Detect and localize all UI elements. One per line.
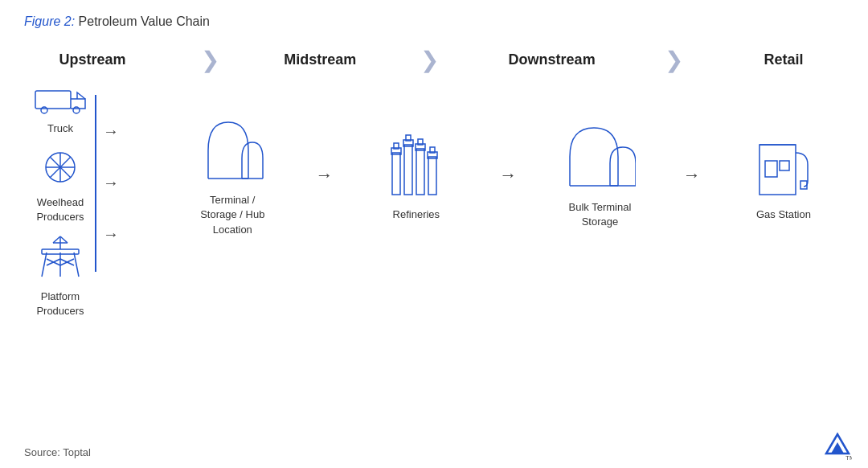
truck-node: Truck: [32, 81, 88, 136]
svg-rect-25: [428, 157, 436, 195]
chevron-1: ❯: [201, 47, 219, 73]
diagram-area: Truck WeelheadProducers: [24, 81, 844, 318]
platform-node: PlatformProducers: [36, 235, 84, 318]
terminal-icon: [200, 114, 264, 187]
terminal-label: Terminal /Storage / HubLocation: [200, 193, 264, 237]
svg-point-1: [41, 107, 47, 113]
source-line: Source: Toptal: [24, 446, 91, 458]
refineries-node: Refineries: [364, 129, 469, 222]
figure-rest: Petroleum Value Chain: [75, 14, 210, 28]
page-container: Figure 2: Petroleum Value Chain Upstream…: [0, 0, 868, 468]
svg-rect-24: [416, 149, 424, 195]
svg-marker-42: [831, 442, 844, 454]
arrow-mid-3: →: [683, 165, 701, 186]
stage-downstream: Downstream: [509, 51, 596, 68]
chevron-3: ❯: [665, 47, 683, 73]
platform-label: PlatformProducers: [36, 289, 84, 318]
svg-rect-0: [35, 91, 71, 109]
truck-icon: [32, 81, 88, 115]
stage-midstream: Midstream: [284, 51, 356, 68]
svg-text:TM: TM: [845, 454, 852, 460]
stage-upstream: Upstream: [59, 51, 125, 68]
svg-line-10: [74, 252, 79, 277]
terminal-node: Terminal /Storage / HubLocation: [180, 114, 285, 237]
upstream-arrow-3: →: [103, 225, 119, 244]
upstream-group: Truck WeelheadProducers: [32, 81, 153, 318]
upstream-arrow-2: →: [103, 174, 119, 192]
wellhead-icon: [39, 146, 82, 189]
tm-logo: TM: [823, 431, 852, 460]
svg-line-8: [42, 252, 47, 277]
stages-row: Upstream ❯ Midstream ❯ Downstream ❯ Reta…: [24, 47, 844, 73]
truck-label: Truck: [47, 121, 73, 136]
svg-rect-40: [800, 181, 807, 189]
bulk-terminal-label: Bulk TerminalStorage: [569, 200, 632, 229]
bulk-terminal-node: Bulk TerminalStorage: [547, 121, 652, 229]
upstream-icons: Truck WeelheadProducers: [32, 81, 88, 318]
toptal-logo-icon: TM: [823, 431, 852, 460]
arrow-mid-2: →: [499, 165, 517, 186]
platform-icon: [39, 235, 82, 283]
refineries-icon: [388, 129, 444, 201]
upstream-arrows: → → →: [103, 111, 119, 288]
svg-rect-22: [392, 153, 400, 195]
svg-line-14: [60, 236, 68, 243]
gas-station-label: Gas Station: [756, 207, 811, 222]
svg-point-2: [73, 107, 80, 113]
svg-rect-38: [765, 161, 777, 177]
upstream-arrow-1: →: [103, 122, 119, 141]
refineries-label: Refineries: [393, 207, 440, 222]
svg-line-13: [53, 236, 60, 243]
upstream-vertical-line: [95, 95, 96, 272]
gas-station-node: Gas Station: [731, 129, 836, 222]
gas-station-icon: [755, 129, 812, 201]
svg-rect-23: [404, 145, 412, 195]
figure-label: Figure 2:: [24, 14, 75, 28]
svg-rect-39: [780, 161, 789, 170]
chevron-2: ❯: [420, 47, 439, 73]
wellhead-node: WeelheadProducers: [36, 146, 84, 224]
figure-title: Figure 2: Petroleum Value Chain: [24, 14, 844, 29]
stage-retail: Retail: [764, 51, 803, 68]
bulk-terminal-icon: [563, 121, 636, 194]
arrow-mid-1: →: [316, 165, 334, 186]
wellhead-label: WeelheadProducers: [36, 195, 84, 224]
